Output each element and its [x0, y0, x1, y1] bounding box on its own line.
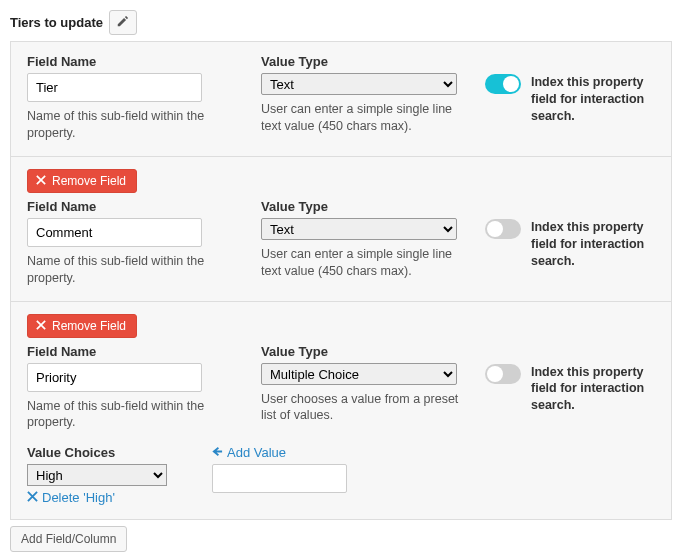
field-name-help: Name of this sub-field within the proper… — [27, 398, 237, 432]
field-name-help: Name of this sub-field within the proper… — [27, 253, 237, 287]
fields-panel: Field Name Name of this sub-field within… — [10, 41, 672, 520]
value-type-select[interactable]: Text Multiple Choice — [261, 73, 457, 95]
value-type-help: User can enter a simple single line text… — [261, 246, 461, 280]
value-type-label: Value Type — [261, 54, 461, 69]
index-toggle[interactable] — [485, 74, 521, 94]
add-value-input[interactable] — [212, 464, 347, 493]
value-type-label: Value Type — [261, 199, 461, 214]
remove-field-button[interactable]: Remove Field — [27, 314, 137, 338]
value-type-select[interactable]: Text Multiple Choice — [261, 363, 457, 385]
delete-choice-link[interactable]: Delete 'High' — [27, 490, 115, 505]
index-toggle[interactable] — [485, 364, 521, 384]
pencil-icon — [117, 15, 129, 30]
index-toggle-label: Index this property field for interactio… — [531, 364, 655, 415]
field-name-input[interactable] — [27, 218, 202, 247]
add-field-button[interactable]: Add Field/Column — [10, 526, 127, 552]
index-toggle-label: Index this property field for interactio… — [531, 219, 655, 270]
value-choices-select[interactable]: High — [27, 464, 167, 486]
index-toggle-label: Index this property field for interactio… — [531, 74, 655, 125]
edit-section-button[interactable] — [109, 10, 137, 35]
field-row: Field Name Name of this sub-field within… — [11, 42, 671, 157]
value-type-help: User can enter a simple single line text… — [261, 101, 461, 135]
remove-field-button[interactable]: Remove Field — [27, 169, 137, 193]
field-name-input[interactable] — [27, 363, 202, 392]
arrow-left-icon — [212, 445, 223, 460]
field-row: Remove Field Field Name Name of this sub… — [11, 302, 671, 520]
field-name-input[interactable] — [27, 73, 202, 102]
close-icon — [36, 174, 46, 188]
index-toggle[interactable] — [485, 219, 521, 239]
field-name-label: Field Name — [27, 199, 237, 214]
section-title: Tiers to update — [10, 15, 103, 30]
value-type-label: Value Type — [261, 344, 461, 359]
field-row: Remove Field Field Name Name of this sub… — [11, 157, 671, 302]
close-icon — [27, 490, 38, 505]
value-choices-label: Value Choices — [27, 445, 182, 460]
close-icon — [36, 319, 46, 333]
field-name-help: Name of this sub-field within the proper… — [27, 108, 237, 142]
add-value-link[interactable]: Add Value — [212, 445, 286, 460]
field-name-label: Field Name — [27, 54, 237, 69]
field-name-label: Field Name — [27, 344, 237, 359]
value-type-help: User chooses a value from a preset list … — [261, 391, 461, 425]
value-type-select[interactable]: Text Multiple Choice — [261, 218, 457, 240]
